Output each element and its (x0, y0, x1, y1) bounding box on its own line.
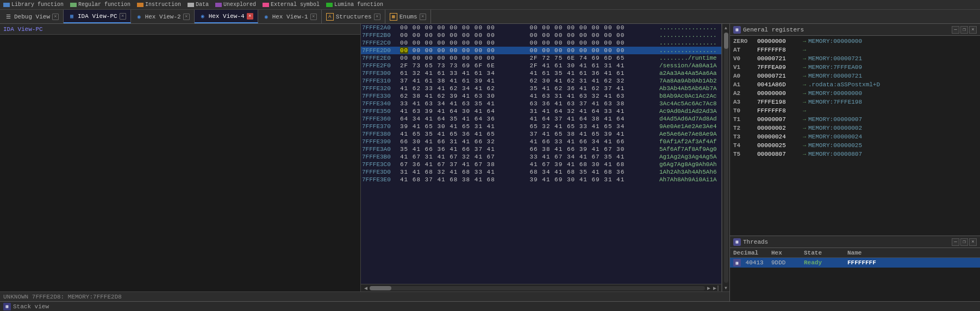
hex-row-8[interactable]: 7FFFE32041 62 33 41 62 34 41 6235 41 62 … (361, 85, 721, 92)
legend-data-label: Data (196, 2, 209, 8)
reg-row-a0[interactable]: A000000721→MEMORY:00000721 (731, 72, 979, 80)
reg-row-v1[interactable]: V17FFFEA09→MEMORY:7FFFEA09 (731, 63, 979, 72)
hex-row-3[interactable]: 7FFFE2D000 00 00 00 00 00 00 0000 00 00 … (361, 47, 721, 54)
registers-panel: ▦ General registers — ❐ × ZERO00000000→M… (730, 24, 980, 236)
th-decimal: Decimal (730, 250, 768, 256)
tab-hex-view-2[interactable]: ◉ Hex View-2 × (131, 10, 195, 23)
hex-addr-15: 7FFFE390 (362, 138, 400, 145)
hex-ascii-7: 7Aa8Aa9Ab0Ab1Ab2 (655, 78, 720, 84)
hex-bytes1-17: 41 67 31 41 67 32 41 67 (400, 154, 526, 160)
thread-row-0[interactable]: ▦ 40413 9DDD Ready FFFFFFFF (730, 258, 980, 268)
bottom-bar: ▦ Stack view (0, 301, 980, 311)
tab-hex-view-2-close[interactable]: × (183, 14, 190, 20)
hex-addr-6: 7FFFE300 (362, 70, 400, 77)
hex-rows-container[interactable]: 7FFFE2A000 00 00 00 00 00 00 0000 00 00 … (361, 24, 721, 284)
hex-ascii-0: ................ (655, 24, 720, 31)
tab-enums-close[interactable]: × (420, 14, 426, 20)
hex-row-16[interactable]: 7FFFE3A035 41 66 36 41 66 37 4166 38 41 … (361, 145, 721, 153)
reg-row-t4[interactable]: T400000025→MEMORY:00000025 (731, 141, 979, 150)
threads-close-btn[interactable]: × (969, 238, 977, 246)
reg-row-v0[interactable]: V000000721→MEMORY:00000721 (731, 54, 979, 63)
legend-data: Data (188, 2, 209, 8)
hex-row-11[interactable]: 7FFFE35041 63 39 41 64 30 41 6431 41 64 … (361, 107, 721, 115)
tab-ida-view[interactable]: ▦ IDA View-PC × (64, 10, 131, 23)
tab-structures[interactable]: A Structures × (322, 10, 385, 23)
reg-row-zero[interactable]: ZERO00000000→MEMORY:00000000 (731, 37, 979, 46)
reg-row-a1[interactable]: A10041A86D→.rodata:aSSPostxml+D (731, 80, 979, 89)
tab-structures-close[interactable]: × (374, 14, 380, 20)
vscroll-thumb[interactable] (724, 33, 728, 49)
registers-close-btn[interactable]: × (969, 26, 977, 34)
hex-row-5[interactable]: 7FFFE2F02F 73 65 73 73 69 6F 6E2F 41 61 … (361, 62, 721, 69)
reg-ref-2: MEMORY:00000721 (808, 55, 862, 62)
hex-row-7[interactable]: 7FFFE31037 41 61 38 41 61 39 4162 30 41 … (361, 77, 721, 85)
registers-restore-btn[interactable]: ❐ (960, 26, 968, 34)
reg-row-a3[interactable]: A37FFFE198→MEMORY:7FFFE198 (731, 98, 979, 106)
hex-row-0[interactable]: 7FFFE2A000 00 00 00 00 00 00 0000 00 00 … (361, 24, 721, 31)
registers-controls: — ❐ × (952, 26, 977, 34)
scroll-right-btn[interactable]: ▶ (705, 284, 713, 292)
hex-row-1[interactable]: 7FFFE2B000 00 00 00 00 00 00 0000 00 00 … (361, 31, 721, 39)
reg-row-t5[interactable]: T500000807→MEMORY:00000807 (731, 150, 979, 158)
tab-hex-view-1-close[interactable]: × (310, 14, 317, 20)
reg-row-a2[interactable]: A200000000→MEMORY:00000000 (731, 89, 979, 98)
hex-bytes2-8: 35 41 62 36 41 62 37 41 (530, 85, 656, 92)
registers-minimize-btn[interactable]: — (952, 26, 959, 34)
hex-bytes2-4: 2F 72 75 6E 74 69 6D 65 (530, 55, 656, 61)
hex-row-2[interactable]: 7FFFE2C000 00 00 00 00 00 00 0000 00 00 … (361, 39, 721, 47)
reg-ref-4: MEMORY:00000721 (808, 73, 862, 79)
tab-hex-view-4-close[interactable]: × (247, 13, 253, 20)
hex-row-10[interactable]: 7FFFE34033 41 63 34 41 63 35 4163 36 41 … (361, 100, 721, 107)
reg-name-1: AT (733, 47, 755, 53)
hex-row-19[interactable]: 7FFFE3D031 41 68 32 41 68 33 4168 34 41 … (361, 168, 721, 176)
reg-row-t0[interactable]: T0FFFFFFF8→ (731, 106, 979, 115)
scroll-left-btn[interactable]: ◀ (362, 284, 370, 292)
td-hex-0: 9DDD (769, 259, 802, 266)
tab-hex-view-1[interactable]: ◉ Hex View-1 × (258, 10, 322, 23)
tab-enums-label: Enums (400, 14, 417, 20)
hex-row-6[interactable]: 7FFFE30061 32 41 61 33 41 61 3441 61 35 … (361, 69, 721, 77)
vscroll-up-btn[interactable]: ▲ (722, 24, 730, 31)
hex-row-13[interactable]: 7FFFE37039 41 65 30 41 65 31 4165 32 41 … (361, 123, 721, 130)
reg-value-4: 00000721 (757, 73, 801, 79)
scroll-end-btn[interactable]: ▶| (713, 284, 720, 292)
vscroll-track[interactable] (724, 33, 728, 283)
legend-library-label: Library function (11, 2, 64, 8)
threads-minimize-btn[interactable]: — (952, 238, 959, 246)
legend-unexplored-label: Unexplored (223, 2, 256, 8)
tab-ida-view-close[interactable]: × (120, 13, 126, 20)
reg-ref-6: MEMORY:00000000 (808, 90, 862, 97)
hex-row-20[interactable]: 7FFFE3E041 68 37 41 68 38 41 6839 41 69 … (361, 176, 721, 183)
scroll-track[interactable] (370, 286, 705, 290)
reg-name-5: A1 (733, 81, 755, 88)
hex-row-14[interactable]: 7FFFE38041 65 35 41 65 36 41 6537 41 65 … (361, 130, 721, 138)
ida-panel-content[interactable] (0, 35, 360, 291)
hex-row-15[interactable]: 7FFFE39066 30 41 66 31 41 66 3241 66 33 … (361, 138, 721, 145)
tab-debug-view-close[interactable]: × (52, 14, 59, 20)
hex-row-4[interactable]: 7FFFE2E000 00 00 00 00 00 00 002F 72 75 … (361, 54, 721, 62)
hex-ascii-12: d4Ad5Ad6Ad7Ad8Ad (655, 116, 720, 122)
v-scroll[interactable]: ▲ ▼ (722, 24, 729, 291)
tab-hex-view-4[interactable]: ◉ Hex View-4 × (195, 10, 258, 23)
hex-row-17[interactable]: 7FFFE3B041 67 31 41 67 32 41 6733 41 67 … (361, 153, 721, 161)
h-scroll-area[interactable]: ◀ ▶ ▶| (361, 284, 721, 291)
hex-addr-19: 7FFFE3D0 (362, 169, 400, 175)
hex-addr-12: 7FFFE360 (362, 116, 400, 122)
hex-bytes2-18: 41 67 39 41 68 30 41 68 (530, 161, 656, 168)
hex-bytes2-9: 41 63 31 41 63 32 41 63 (530, 93, 656, 99)
scroll-thumb[interactable] (370, 286, 391, 290)
tab-debug-view[interactable]: ☰ Debug View × (0, 10, 64, 23)
reg-row-at[interactable]: ATFFFFFFF8→ (731, 46, 979, 54)
reg-row-t3[interactable]: T300000024→MEMORY:00000024 (731, 132, 979, 141)
tab-bar: ☰ Debug View × ▦ IDA View-PC × ◉ Hex Vie… (0, 10, 980, 24)
hex-row-18[interactable]: 7FFFE3C067 36 41 67 37 41 67 3841 67 39 … (361, 161, 721, 168)
hex-row-12[interactable]: 7FFFE36064 34 41 64 35 41 64 3641 64 37 … (361, 115, 721, 123)
hex-bytes2-17: 33 41 67 34 41 67 35 41 (530, 154, 656, 160)
tab-hex-view-1-label: Hex View-1 (272, 14, 308, 20)
reg-row-t1[interactable]: T100000007→MEMORY:00000007 (731, 115, 979, 124)
reg-row-t2[interactable]: T200000002→MEMORY:00000002 (731, 124, 979, 132)
vscroll-down-btn[interactable]: ▼ (722, 284, 730, 291)
hex-row-9[interactable]: 7FFFE33062 38 41 62 39 41 63 3041 63 31 … (361, 92, 721, 100)
threads-restore-btn[interactable]: ❐ (960, 238, 968, 246)
tab-enums[interactable]: ▦ Enums × (385, 10, 431, 23)
